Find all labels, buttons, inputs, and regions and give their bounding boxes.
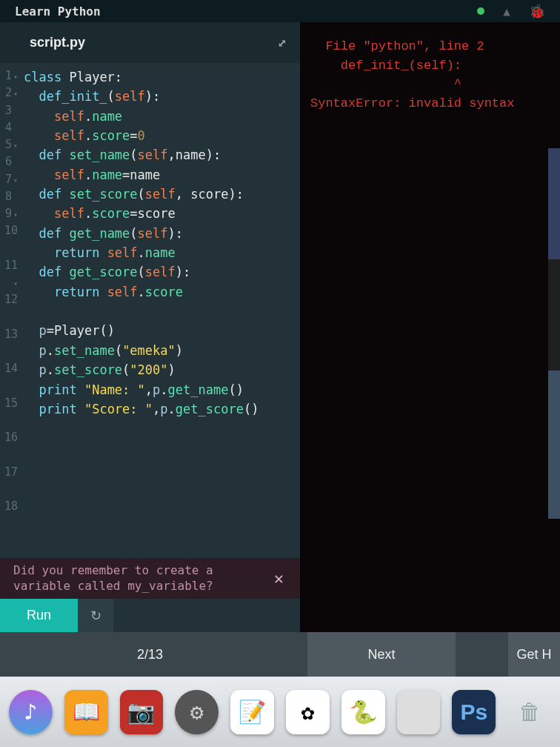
line-gutter: 1 ▾2 ▾3 4 5 ▾6 7 ▾8 9 ▾10 11 ▾12 13 14 1… bbox=[0, 67, 21, 632]
next-button[interactable]: Next bbox=[307, 632, 456, 677]
reset-button[interactable]: ↻ bbox=[78, 599, 113, 632]
dock-blank-icon[interactable] bbox=[397, 690, 441, 734]
dock-ibooks-icon[interactable]: 📖 bbox=[64, 690, 108, 734]
hint-text: Did you remember to create a variable ca… bbox=[13, 563, 265, 594]
user-icon[interactable]: ▲ bbox=[503, 4, 510, 19]
dock-notes-icon[interactable]: 📝 bbox=[230, 690, 274, 734]
nav-bar: 2/13 Next Get H bbox=[0, 632, 560, 677]
dock-itunes-icon[interactable]: ♪ bbox=[9, 690, 53, 734]
dock-photobooth-icon[interactable]: 📷 bbox=[120, 690, 164, 734]
hint-bar: Did you remember to create a variable ca… bbox=[0, 558, 300, 599]
desktop-thumbnails bbox=[548, 148, 560, 519]
main-area: script.py ⤢ 1 ▾2 ▾3 4 5 ▾6 7 ▾8 9 ▾10 11… bbox=[0, 22, 560, 632]
page-indicator: 2/13 bbox=[0, 647, 300, 663]
code-editor[interactable]: 1 ▾2 ▾3 4 5 ▾6 7 ▾8 9 ▾10 11 ▾12 13 14 1… bbox=[0, 63, 300, 632]
dock-photos-icon[interactable]: ✿ bbox=[286, 690, 330, 734]
editor-tabs: script.py ⤢ bbox=[0, 22, 300, 63]
file-tab[interactable]: script.py bbox=[30, 35, 85, 50]
dock-trash-icon[interactable]: 🗑 bbox=[507, 690, 551, 734]
dock-settings-icon[interactable]: ⚙ bbox=[175, 690, 219, 734]
get-help-button[interactable]: Get H bbox=[508, 632, 560, 677]
dock-photoshop-icon[interactable]: Ps bbox=[452, 690, 496, 734]
code-lines[interactable]: class Player: def_init_(self): self.name… bbox=[21, 67, 300, 632]
top-bar: Learn Python ▲ 🐞 bbox=[0, 0, 560, 22]
run-button[interactable]: Run bbox=[0, 599, 78, 632]
expand-icon[interactable]: ⤢ bbox=[278, 37, 287, 49]
status-dot-icon bbox=[477, 7, 484, 15]
console-output: File "python", line 2 def_init_(self): ^… bbox=[300, 22, 560, 632]
run-bar: Run ↻ bbox=[0, 599, 300, 632]
console-line-2: def_init_(self): bbox=[310, 59, 461, 73]
console-line-1: File "python", line 2 bbox=[310, 39, 484, 53]
console-line-3: SyntaxError: invalid syntax bbox=[310, 96, 514, 110]
editor-pane: script.py ⤢ 1 ▾2 ▾3 4 5 ▾6 7 ▾8 9 ▾10 11… bbox=[0, 22, 300, 632]
bug-icon[interactable]: 🐞 bbox=[529, 4, 545, 19]
top-right-icons: ▲ 🐞 bbox=[477, 4, 545, 19]
dock-python-icon[interactable]: 🐍 bbox=[341, 690, 385, 734]
console-caret: ^ bbox=[310, 77, 461, 91]
macos-dock: ♪ 📖 📷 ⚙ 📝 ✿ 🐍 Ps 🗑 bbox=[0, 677, 560, 747]
hint-close-icon[interactable]: ✕ bbox=[271, 566, 287, 591]
app-title: Learn Python bbox=[15, 4, 101, 19]
